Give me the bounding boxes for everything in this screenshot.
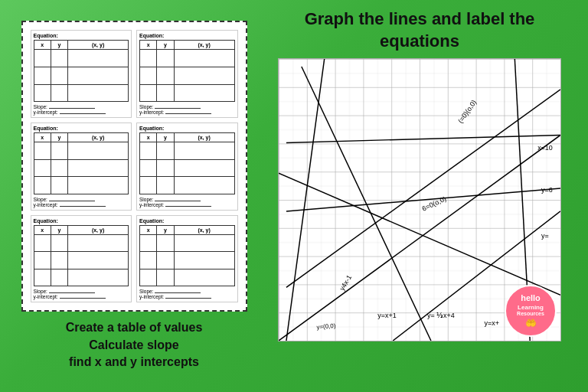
equation-block-4: Equation: x y (x, y) Slope: y-interc (136, 122, 238, 211)
left-panel: Equation: x y (x, y) Slope: y-interc (15, 21, 253, 371)
equation-block-3: Equation: x y (x, y) Slope: y-interc (31, 122, 132, 211)
svg-text:y=x+: y=x+ (485, 319, 499, 327)
slope-intercept-3: Slope: y-intercept: (34, 197, 129, 207)
eq-label-4: Equation: (139, 126, 235, 131)
svg-text:y=x+1: y=x+1 (377, 312, 396, 319)
col-xy-1: (x, y) (68, 41, 129, 50)
equation-block-5: Equation: x y (x, y) Slope: y-interc (31, 215, 132, 303)
svg-text:y=6: y=6 (541, 186, 553, 194)
caption-line-1: Create a table of values (66, 319, 203, 336)
col-y-1: y (51, 41, 67, 50)
caption: Create a table of values Calculate slope… (66, 319, 203, 371)
caption-line-2: Calculate slope (66, 337, 203, 354)
eq-table-6: x y (x, y) (139, 225, 235, 287)
svg-text:y=: y= (541, 232, 549, 240)
learning-text: Learning (518, 304, 544, 312)
hello-text: hello (521, 293, 541, 303)
caption-line-3: find x and y intercepts (66, 354, 203, 371)
eq-label-2: Equation: (139, 33, 235, 38)
hands-icon: 🤲 (525, 318, 537, 328)
eq-label-6: Equation: (139, 218, 235, 224)
equation-block-2: Equation: x y (x, y) Slope: y-interc (136, 30, 238, 118)
graph-title: Graph the lines and label the equations (266, 8, 573, 52)
slope-intercept-1: Slope: y-intercept: (34, 104, 129, 115)
svg-text:y= ⅓x+4: y= ⅓x+4 (427, 312, 455, 319)
eq-table-4: x y (x, y) (139, 132, 235, 194)
graph-image: (=0)(o,0) x=10 y=6 y= 6=0(o,0) y4x-1 y=x… (278, 58, 561, 341)
worksheet: Equation: x y (x, y) Slope: y-interc (21, 21, 247, 312)
hello-learning-badge: hello Learning Resources 🤲 (505, 285, 557, 337)
slope-intercept-5: Slope: y-intercept: (34, 289, 129, 299)
slope-intercept-2: Slope: y-intercept: (139, 104, 235, 115)
eq-table-3: x y (x, y) (34, 132, 129, 194)
col-x-1: x (34, 41, 51, 50)
slope-intercept-4: Slope: y-intercept: (139, 197, 235, 207)
eq-table-2: x y (x, y) (139, 40, 235, 102)
eq-label-1: Equation: (34, 33, 129, 38)
resources-text: Resources (517, 311, 544, 317)
eq-table-1: x y (x, y) (34, 40, 129, 102)
eq-table-5: x y (x, y) (34, 225, 129, 287)
eq-label-3: Equation: (34, 126, 129, 131)
eq-label-5: Equation: (34, 218, 129, 224)
equation-block-1: Equation: x y (x, y) Slope: y-interc (31, 30, 132, 118)
slope-intercept-6: Slope: y-intercept: (139, 289, 235, 299)
equation-block-6: Equation: x y (x, y) Slope: y-interc (136, 215, 238, 303)
svg-text:x=10: x=10 (537, 145, 553, 152)
right-panel: Graph the lines and label the equations (266, 8, 573, 384)
